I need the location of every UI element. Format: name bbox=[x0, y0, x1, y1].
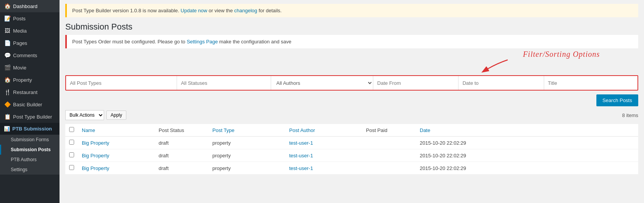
sidebar-ptb-header[interactable]: 📊 PTB Submission bbox=[0, 123, 60, 135]
row-checkbox[interactable] bbox=[69, 165, 74, 170]
changelog-link[interactable]: changelog bbox=[234, 8, 257, 13]
row-name-link[interactable]: Big Property bbox=[82, 140, 109, 146]
sidebar-item-ptb-authors[interactable]: PTB Authors bbox=[0, 155, 60, 165]
page-title: Submission Posts bbox=[65, 22, 638, 32]
filter-bar: All Authors bbox=[65, 75, 638, 91]
posts-icon: 📝 bbox=[4, 15, 11, 21]
sidebar-label-property: Property bbox=[13, 77, 32, 83]
media-icon: 🖼 bbox=[4, 28, 11, 34]
table-header: Name Post Status Post Type Post Author P… bbox=[65, 124, 638, 137]
row-checkbox-cell bbox=[65, 137, 78, 149]
notice-bar: Post Type Builder version 1.0.8 is now a… bbox=[65, 4, 638, 17]
row-date: 2015-10-20 22:02:29 bbox=[416, 162, 638, 175]
sidebar-label-basic-builder: Basic Builder bbox=[13, 102, 42, 107]
row-checkbox[interactable] bbox=[69, 140, 74, 145]
row-checkbox[interactable] bbox=[69, 152, 74, 157]
row-author-link[interactable]: test-user-1 bbox=[289, 153, 313, 158]
th-name[interactable]: Name bbox=[78, 124, 155, 137]
property-icon: 🏠 bbox=[4, 77, 11, 83]
th-post-author[interactable]: Post Author bbox=[285, 124, 362, 137]
row-status: draft bbox=[155, 162, 209, 175]
ptb-authors-label: PTB Authors bbox=[11, 157, 36, 162]
row-name-link[interactable]: Big Property bbox=[82, 153, 109, 158]
table-body: Big Property draft property test-user-1 … bbox=[65, 137, 638, 175]
th-date[interactable]: Date bbox=[416, 124, 638, 137]
row-paid bbox=[362, 137, 416, 149]
annotation-container: Filter/Sorting Options bbox=[65, 48, 638, 71]
row-checkbox-cell bbox=[65, 149, 78, 162]
sidebar-label-posts: Posts bbox=[13, 16, 26, 21]
row-author-link[interactable]: test-user-1 bbox=[289, 140, 313, 146]
post-types-filter[interactable] bbox=[66, 76, 177, 90]
items-count: 8 items bbox=[622, 112, 638, 118]
sidebar-item-submission-forms[interactable]: Submission Forms bbox=[0, 135, 60, 145]
post-type-builder-icon: 📋 bbox=[4, 114, 11, 120]
sidebar-item-media[interactable]: 🖼 Media bbox=[0, 25, 60, 37]
date-to-filter[interactable] bbox=[459, 76, 544, 90]
annotation-label: Filter/Sorting Options bbox=[523, 50, 600, 59]
authors-filter[interactable]: All Authors bbox=[271, 76, 374, 90]
th-post-status: Post Status bbox=[155, 124, 209, 137]
update-now-link[interactable]: Update now bbox=[180, 8, 207, 13]
select-all-checkbox[interactable] bbox=[69, 127, 74, 132]
basic-builder-icon: 🔶 bbox=[4, 101, 11, 107]
sidebar-item-dashboard[interactable]: 🏠 Dashboard bbox=[0, 0, 60, 12]
title-filter[interactable] bbox=[544, 76, 637, 90]
settings-page-link[interactable]: Settings Page bbox=[187, 39, 218, 45]
sidebar-item-basic-builder[interactable]: 🔶 Basic Builder bbox=[0, 98, 60, 111]
sidebar-item-restaurant[interactable]: 🍴 Restaurant bbox=[0, 86, 60, 98]
row-name-link[interactable]: Big Property bbox=[82, 165, 109, 171]
movie-icon: 🎬 bbox=[4, 64, 11, 71]
notice-end-text: for details. bbox=[258, 8, 281, 13]
row-name: Big Property bbox=[78, 162, 155, 175]
search-row: Search Posts bbox=[60, 94, 644, 109]
dashboard-icon: 🏠 bbox=[4, 3, 11, 9]
th-post-type[interactable]: Post Type bbox=[209, 124, 285, 137]
search-posts-button[interactable]: Search Posts bbox=[596, 94, 638, 106]
sidebar-item-posts[interactable]: 📝 Posts bbox=[0, 12, 60, 25]
row-author-link[interactable]: test-user-1 bbox=[289, 165, 313, 171]
restaurant-icon: 🍴 bbox=[4, 89, 11, 95]
ptb-submission-icon: 📊 bbox=[4, 126, 10, 132]
main-content: Post Type Builder version 1.0.8 is now a… bbox=[60, 0, 644, 203]
sidebar-item-movie[interactable]: 🎬 Movie bbox=[0, 61, 60, 74]
sidebar-label-post-type-builder: Post Type Builder bbox=[13, 114, 52, 120]
sidebar-item-submission-posts[interactable]: Submission Posts bbox=[0, 145, 60, 155]
row-paid bbox=[362, 162, 416, 175]
warning-end-text: make the configuration and save bbox=[219, 39, 291, 45]
settings-label: Settings bbox=[11, 167, 27, 172]
date-from-filter[interactable] bbox=[373, 76, 459, 90]
statuses-filter[interactable] bbox=[177, 76, 271, 90]
submission-posts-label: Submission Posts bbox=[11, 147, 51, 152]
page-header: Submission Posts bbox=[60, 17, 644, 35]
pages-icon: 📄 bbox=[4, 40, 11, 46]
row-status: draft bbox=[155, 137, 209, 149]
table-row: Big Property draft property test-user-1 … bbox=[65, 137, 638, 149]
sidebar-item-comments[interactable]: 💬 Comments bbox=[0, 49, 60, 61]
sidebar: 🏠 Dashboard 📝 Posts 🖼 Media 📄 Pages 💬 Co… bbox=[0, 0, 60, 203]
notice-text: Post Type Builder version 1.0.8 is now a… bbox=[72, 8, 179, 13]
sidebar-item-pages[interactable]: 📄 Pages bbox=[0, 37, 60, 49]
row-name: Big Property bbox=[78, 149, 155, 162]
row-type: property bbox=[209, 137, 285, 149]
warning-bar: Post Types Order must be configured. Ple… bbox=[65, 35, 638, 48]
th-checkbox bbox=[65, 124, 78, 137]
bulk-left: Bulk Actions Apply bbox=[65, 110, 126, 120]
table-row: Big Property draft property test-user-1 … bbox=[65, 149, 638, 162]
row-name: Big Property bbox=[78, 137, 155, 149]
row-author: test-user-1 bbox=[285, 162, 362, 175]
comments-icon: 💬 bbox=[4, 52, 11, 58]
sidebar-item-settings[interactable]: Settings bbox=[0, 165, 60, 175]
sidebar-ptb-label: PTB Submission bbox=[12, 126, 52, 132]
sidebar-ptb-section: 📊 PTB Submission Submission Forms Submis… bbox=[0, 123, 60, 175]
apply-button[interactable]: Apply bbox=[106, 111, 126, 120]
bulk-actions-select[interactable]: Bulk Actions bbox=[65, 110, 104, 120]
sidebar-item-post-type-builder[interactable]: 📋 Post Type Builder bbox=[0, 111, 60, 123]
sidebar-label-pages: Pages bbox=[13, 40, 27, 46]
posts-table: Name Post Status Post Type Post Author P… bbox=[65, 124, 638, 175]
sidebar-label-comments: Comments bbox=[13, 53, 37, 58]
sidebar-item-property[interactable]: 🏠 Property bbox=[0, 74, 60, 86]
warning-text: Post Types Order must be configured. Ple… bbox=[72, 39, 187, 45]
row-checkbox-cell bbox=[65, 162, 78, 175]
sidebar-label-dashboard: Dashboard bbox=[13, 3, 38, 9]
